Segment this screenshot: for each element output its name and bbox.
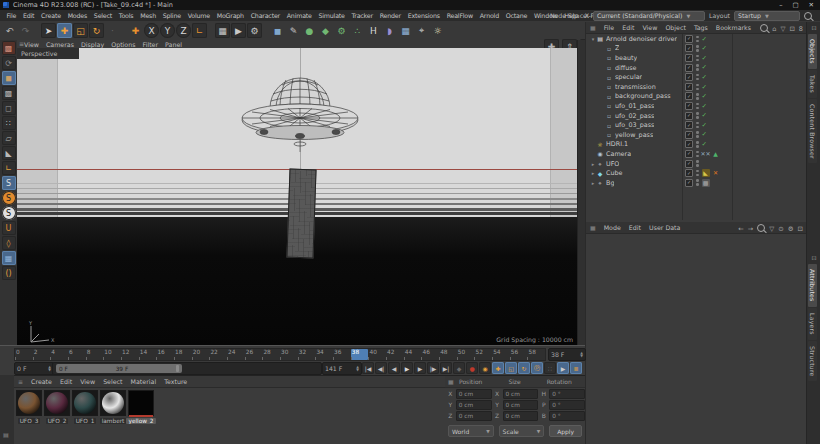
x-axis-lock[interactable]: X <box>144 23 159 38</box>
om-menu-bookmarks[interactable]: Bookmarks <box>716 24 751 31</box>
polygons-mode-button[interactable]: ◣ <box>2 146 16 160</box>
menu-item-file[interactable]: File <box>3 12 20 19</box>
apply-button[interactable]: Apply <box>549 425 582 437</box>
object-row-camera[interactable]: ◉Camera✓✕✕▲ <box>586 149 807 159</box>
material-menu-select[interactable]: Select <box>103 378 122 385</box>
render-view-button[interactable]: ▦ <box>215 23 230 38</box>
viewport-camera-tab[interactable]: Perspective <box>17 48 79 59</box>
menu-item-create[interactable]: Create <box>38 12 65 19</box>
viewport-menu-filter[interactable]: Filter <box>142 41 158 48</box>
coordinate-system-toggle[interactable]: ∟ <box>192 23 207 38</box>
record-rotation-toggle[interactable]: ↻ <box>518 362 530 374</box>
visibility-checkbox[interactable]: ✓ <box>685 121 693 129</box>
object-row-cube[interactable]: ▸◆Cube✓◣✕ <box>586 168 807 178</box>
snap-settings-button[interactable]: S <box>2 206 16 220</box>
visibility-checkbox[interactable]: ✓ <box>685 102 693 110</box>
visibility-checkbox[interactable]: ✓ <box>685 131 693 139</box>
snap-toggle-button[interactable]: S <box>2 176 16 190</box>
autokey-button[interactable]: ◉ <box>479 362 491 374</box>
visibility-dots[interactable] <box>696 103 699 110</box>
visibility-dots[interactable] <box>696 151 699 158</box>
object-row-beauty[interactable]: ▫beauty✓✓ <box>586 53 807 63</box>
visibility-dots[interactable] <box>696 36 699 43</box>
menu-item-tracker[interactable]: Tracker <box>348 12 376 19</box>
primitive-cube-menu[interactable]: ◼ <box>270 23 285 38</box>
record-parameter-toggle[interactable]: Ⓟ <box>531 362 543 374</box>
viewport-menu-cameras[interactable]: Cameras <box>46 41 74 48</box>
dock-icon[interactable]: ⊡ <box>807 22 820 33</box>
prev-key-button[interactable]: ◀| <box>375 362 387 374</box>
visibility-dots[interactable] <box>696 170 699 177</box>
material-swatch[interactable] <box>100 390 126 416</box>
visibility-checkbox[interactable]: ✓ <box>685 169 693 177</box>
node-space-dropdown[interactable]: Current (Standard/Physical)▼ <box>593 11 705 21</box>
om-link-icon[interactable]: 8 <box>799 25 803 33</box>
volume-menu[interactable]: ▦ <box>398 23 413 38</box>
attr-search-icon[interactable] <box>757 224 765 234</box>
visibility-dots[interactable] <box>696 179 699 186</box>
menu-item-simulate[interactable]: Simulate <box>315 12 348 19</box>
visibility-checkbox[interactable]: ✓ <box>685 92 693 100</box>
material-ufo_2[interactable]: UFO_2 <box>44 390 70 424</box>
material-menu-create[interactable]: Create <box>31 378 52 385</box>
preview-range-bar[interactable]: 0 F 39 F <box>56 364 182 373</box>
material-menu-view[interactable]: View <box>80 378 95 385</box>
fields-menu[interactable]: H <box>366 23 381 38</box>
palette-toggle-icon[interactable]: ▤ <box>3 431 9 438</box>
material-swatch[interactable] <box>128 390 154 416</box>
coord-value-field[interactable]: 0 cm <box>456 411 492 421</box>
visibility-dots[interactable] <box>696 55 699 62</box>
object-row-hdri-1[interactable]: ☼HDRI.1✓✓ <box>586 140 807 150</box>
checker-tag-icon[interactable]: ▩ <box>702 179 710 187</box>
frame-field[interactable]: 0 F ▲▼ <box>14 362 54 375</box>
light-menu[interactable]: ☼ <box>430 23 445 38</box>
tab-takes[interactable]: Takes <box>808 70 817 98</box>
ufo-object[interactable] <box>230 56 370 166</box>
subdivision-surface-menu[interactable]: ● <box>302 23 317 38</box>
visibility-checkbox[interactable]: ✓ <box>685 150 693 158</box>
cube-object[interactable] <box>286 169 316 259</box>
viewport-menu-panel[interactable]: Panel <box>165 41 182 48</box>
grid-snap-button[interactable]: ▦ <box>2 251 16 265</box>
material-lambert[interactable]: lambert <box>100 390 126 424</box>
menu-item-animate[interactable]: Animate <box>283 12 315 19</box>
tab-content-browser[interactable]: Content Browser <box>808 99 817 164</box>
om-menu-file[interactable]: File <box>604 24 615 31</box>
menu-item-extensions[interactable]: Extensions <box>404 12 443 19</box>
material-menu-edit[interactable]: Edit <box>60 378 72 385</box>
om-menu-edit[interactable]: Edit <box>622 24 634 31</box>
cone-tag-icon[interactable]: ▲ <box>712 150 720 158</box>
make-editable-button[interactable]: ⟳ <box>2 56 16 70</box>
viewport-menu-display[interactable]: Display <box>81 41 104 48</box>
spline-pen-menu[interactable]: ✎ <box>286 23 301 38</box>
range-handle[interactable] <box>176 365 179 372</box>
goto-end-button[interactable]: ▶| <box>440 362 452 374</box>
edges-mode-button[interactable]: ▱ <box>2 131 16 145</box>
maximize-button[interactable]: ▢ <box>792 1 798 9</box>
menu-item-arnold[interactable]: Arnold <box>476 12 502 19</box>
attr-filter-icon[interactable]: ▽ <box>769 225 774 233</box>
visibility-checkbox[interactable]: ✓ <box>685 64 693 72</box>
coord-value-field[interactable]: 0 cm <box>503 400 539 410</box>
visibility-dots[interactable] <box>696 122 699 129</box>
visibility-dots[interactable] <box>696 112 699 119</box>
om-menu-view[interactable]: View <box>642 24 657 31</box>
menu-item-edit[interactable]: Edit <box>20 12 38 19</box>
live-selection-tool[interactable]: ➤ <box>41 23 56 38</box>
visibility-checkbox[interactable]: ✓ <box>685 35 693 43</box>
redo-icon[interactable]: ↷ <box>18 23 33 38</box>
menu-item-render[interactable]: Render <box>376 12 404 19</box>
om-search-icon[interactable] <box>760 24 768 34</box>
preview-range-track[interactable]: 0 F 39 F <box>52 362 322 375</box>
visibility-checkbox[interactable]: ✓ <box>685 83 693 91</box>
end-frame-field[interactable]: 141 F ▲▼ <box>322 362 362 375</box>
current-frame-field[interactable]: 38 F ▲▼ <box>548 348 586 361</box>
menu-item-select[interactable]: Select <box>90 12 115 19</box>
workplane-axis-icon[interactable]: ✚ <box>128 23 143 38</box>
points-mode-button[interactable]: ∷ <box>2 116 16 130</box>
deformer-menu[interactable]: ◗ <box>382 23 397 38</box>
object-row-z[interactable]: ▫Z✓✓ <box>586 44 807 54</box>
object-row-ufo-02-pass[interactable]: ▫ufo_02_pass✓✓ <box>586 111 807 121</box>
workplane-snap-button[interactable]: ◊ <box>2 236 16 250</box>
object-row-bg[interactable]: ▸⌖Bg✓▩ <box>586 178 807 188</box>
